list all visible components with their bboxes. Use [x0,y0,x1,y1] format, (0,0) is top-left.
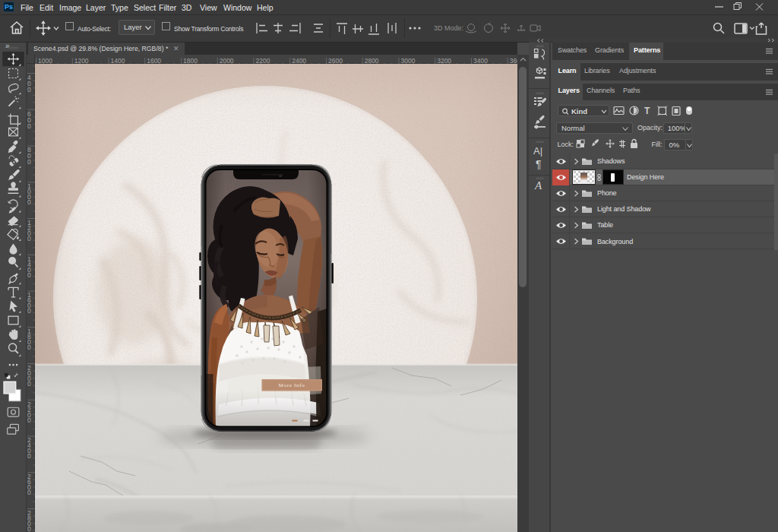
svg-text:0: 0 [27,416,31,424]
svg-text:A|: A| [533,145,542,157]
svg-text:Kind: Kind [571,107,587,116]
svg-text:0: 0 [27,122,31,130]
svg-text:A: A [534,179,542,192]
svg-text:3D Mode:: 3D Mode: [434,24,463,32]
svg-text:0: 0 [27,271,31,279]
svg-text:¶: ¶ [536,158,542,170]
svg-text:0: 0 [27,158,31,166]
svg-text:0: 0 [27,489,31,496]
svg-text:0: 0 [27,307,31,315]
svg-text:T: T [644,106,650,116]
svg-text:»: » [5,43,10,50]
svg-text:0: 0 [27,198,31,206]
svg-text:0: 0 [27,452,31,460]
svg-text:0: 0 [27,235,31,242]
svg-text:0: 0 [27,344,31,351]
svg-text:0: 0 [27,86,31,93]
svg-text:More Info: More Info [279,382,305,388]
svg-text:0: 0 [27,380,31,388]
svg-text:0: 0 [27,525,31,532]
